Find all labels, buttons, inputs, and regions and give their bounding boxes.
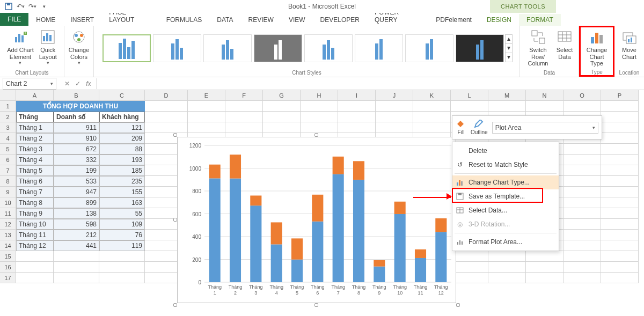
cell[interactable] [601,208,639,219]
styles-more[interactable]: ▾ [506,53,512,62]
cell[interactable]: 193 [99,155,145,165]
table-title[interactable]: TỔNG HỢP DOANH THU [16,101,145,112]
row-header[interactable]: 9 [0,187,16,197]
column-header[interactable]: J [376,90,413,101]
row-header[interactable]: 1 [0,101,16,112]
resize-handle[interactable] [314,133,318,137]
cell[interactable]: 235 [99,176,145,187]
tab-formulas[interactable]: FORMULAS [159,14,210,26]
column-header[interactable]: L [451,90,488,101]
column-header[interactable]: N [526,90,564,101]
cell[interactable] [601,155,639,165]
resize-handle[interactable] [173,133,177,137]
row-header[interactable]: 7 [0,165,16,176]
cell[interactable] [225,112,263,122]
cell[interactable]: 899 [54,197,99,208]
cell[interactable] [526,101,564,112]
fill-button[interactable]: Fill [456,120,466,135]
cell[interactable] [376,122,413,133]
tab-format[interactable]: FORMAT [519,14,561,26]
cell[interactable] [225,101,263,112]
column-header[interactable]: M [488,90,526,101]
cell[interactable]: Tháng 6 [16,176,54,187]
chart-style-7[interactable] [405,34,453,62]
cell[interactable]: 155 [99,187,145,197]
cell[interactable] [145,101,188,112]
menu-item-change-chart-type[interactable]: Change Chart Type... [452,175,559,189]
row-header[interactable]: 8 [0,176,16,187]
name-box[interactable]: Chart 2 ▾ [3,78,56,90]
row-header[interactable]: 11 [0,208,16,219]
cell[interactable] [225,122,263,133]
cell[interactable]: 911 [54,122,99,133]
cell[interactable] [564,165,601,176]
chart-style-2[interactable] [153,34,201,62]
chart-style-1[interactable] [103,34,151,62]
row-header[interactable]: 6 [0,155,16,165]
cell[interactable] [145,122,188,133]
cell[interactable] [16,273,54,283]
cell[interactable] [564,187,601,197]
cell[interactable]: Tháng 3 [16,144,54,155]
cell[interactable]: Doanh số [54,112,99,122]
cell[interactable]: 88 [99,144,145,155]
cell[interactable]: 185 [99,165,145,176]
cell[interactable] [413,112,451,122]
cell[interactable] [526,273,564,283]
resize-handle[interactable] [173,303,177,307]
cell[interactable] [564,197,601,208]
chart-style-4[interactable] [254,34,302,62]
cell[interactable] [564,144,601,155]
row-header[interactable]: 10 [0,197,16,208]
row-header[interactable]: 2 [0,112,16,122]
cell[interactable]: Tháng 8 [16,197,54,208]
styles-scroll-down[interactable]: ▾ [506,43,512,53]
cell[interactable] [54,273,99,283]
switch-row-column-button[interactable]: Switch Row/ Column [523,27,553,68]
cell[interactable] [564,176,601,187]
add-chart-element-button[interactable]: + Add Chart Element ▾ [4,27,36,67]
tab-data[interactable]: DATA [209,14,240,26]
column-header[interactable]: C [99,90,145,101]
formula-input[interactable] [96,78,641,89]
column-header[interactable]: G [263,90,301,101]
select-data-button[interactable]: Select Data [553,27,576,61]
resize-handle[interactable] [456,303,460,307]
menu-item-select-data[interactable]: Select Data... [452,203,559,217]
cell[interactable] [99,273,145,283]
cell[interactable] [526,251,564,262]
row-header[interactable]: 4 [0,133,16,144]
cell[interactable]: Tháng 9 [16,208,54,219]
cell[interactable] [54,262,99,273]
column-header[interactable]: E [188,90,225,101]
menu-item-reset-style[interactable]: ↺ Reset to Match Style [452,158,559,172]
tab-review[interactable]: REVIEW [241,14,281,26]
quick-layout-button[interactable]: Quick Layout ▾ [36,27,60,67]
cell[interactable] [451,101,488,112]
cell[interactable]: 212 [54,230,99,240]
cell[interactable]: Tháng 12 [16,240,54,251]
cell[interactable] [601,219,639,230]
column-header[interactable]: A [16,90,54,101]
cell[interactable] [564,101,601,112]
cell[interactable] [488,262,526,273]
cell[interactable] [564,230,601,240]
menu-item-delete[interactable]: Delete [452,144,559,158]
tab-developer[interactable]: DEVELOPER [313,14,367,26]
cell[interactable] [564,219,601,230]
cell[interactable] [263,101,301,112]
cell[interactable] [263,122,301,133]
cell[interactable] [601,122,639,133]
row-header[interactable]: 3 [0,122,16,133]
move-chart-button[interactable]: Move Chart [618,27,641,61]
cell[interactable]: 947 [54,187,99,197]
cell[interactable] [488,251,526,262]
row-header[interactable]: 5 [0,144,16,155]
qat-customize-icon[interactable]: ▾ [39,1,49,12]
cell[interactable]: Tháng 5 [16,165,54,176]
cell[interactable] [338,122,376,133]
cell[interactable] [301,112,338,122]
column-header[interactable]: F [225,90,263,101]
column-header[interactable]: I [338,90,376,101]
select-all-corner[interactable] [0,90,16,101]
